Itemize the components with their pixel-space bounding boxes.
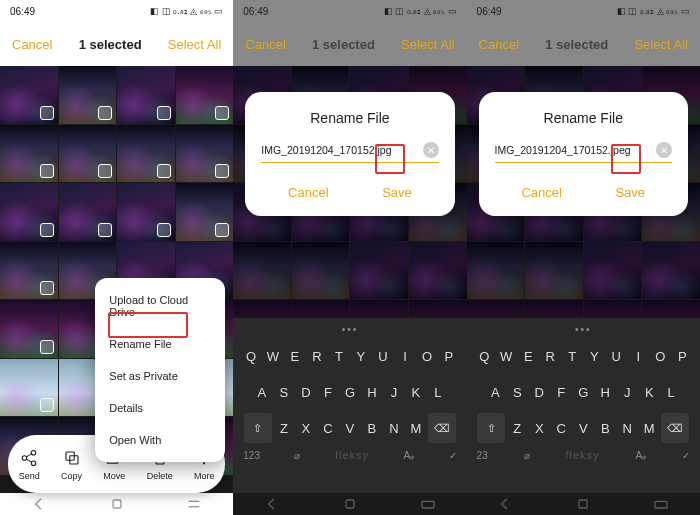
kb-key-p[interactable]: P [672,341,692,371]
kb-key-l[interactable]: L [661,377,681,407]
kb-key-s[interactable]: S [507,377,527,407]
nav-keyboard-icon[interactable] [653,496,669,512]
kb-key-z[interactable]: Z [274,413,294,443]
kb-key-c[interactable]: C [551,413,571,443]
kb-key-q[interactable]: Q [241,341,261,371]
kb-key-g[interactable]: G [573,377,593,407]
photo-thumb[interactable] [0,66,58,124]
kb-globe-icon[interactable]: ⌀ [524,450,530,461]
kb-key-m[interactable]: M [639,413,659,443]
kb-key-a[interactable]: A [485,377,505,407]
thumb-checkbox[interactable] [157,106,171,120]
kb-key-j[interactable]: J [384,377,404,407]
thumb-checkbox[interactable] [215,223,229,237]
menu-set-private[interactable]: Set as Private [95,360,225,392]
kb-key-j[interactable]: J [617,377,637,407]
kb-key-d[interactable]: D [529,377,549,407]
thumb-checkbox[interactable] [40,106,54,120]
kb-key-g[interactable]: G [340,377,360,407]
menu-details[interactable]: Details [95,392,225,424]
nav-home-icon[interactable] [109,496,125,512]
dialog-save-button[interactable]: Save [370,181,424,204]
kb-key-p[interactable]: P [439,341,459,371]
photo-thumb[interactable] [176,183,234,241]
thumb-checkbox[interactable] [98,164,112,178]
kb-key-r[interactable]: R [307,341,327,371]
cancel-button[interactable]: Cancel [12,37,52,52]
nav-back-icon[interactable] [264,496,280,512]
kb-key-y[interactable]: Y [584,341,604,371]
nav-home-icon[interactable] [342,496,358,512]
thumb-checkbox[interactable] [215,106,229,120]
cancel-button[interactable]: Cancel [245,37,285,52]
photo-thumb[interactable] [59,183,117,241]
kb-shift-key[interactable]: ⇧ [477,413,505,443]
kb-enter-icon[interactable]: ✓ [682,450,690,461]
kb-key-c[interactable]: C [318,413,338,443]
copy-button[interactable]: Copy [61,448,82,481]
clear-input-icon[interactable]: ✕ [656,142,672,158]
kb-enter-icon[interactable]: ✓ [449,450,457,461]
kb-key-n[interactable]: N [384,413,404,443]
send-button[interactable]: Send [19,448,40,481]
kb-key-i[interactable]: I [628,341,648,371]
dialog-cancel-button[interactable]: Cancel [276,181,340,204]
kb-globe-icon[interactable]: ⌀ [294,450,300,461]
kb-key-t[interactable]: T [329,341,349,371]
menu-upload-cloud[interactable]: Upload to Cloud Drive [95,284,225,328]
nav-keyboard-icon[interactable] [420,496,436,512]
kb-key-y[interactable]: Y [351,341,371,371]
nav-back-icon[interactable] [497,496,513,512]
kb-backspace-key[interactable]: ⌫ [661,413,689,443]
thumb-checkbox[interactable] [40,340,54,354]
kb-key-v[interactable]: V [340,413,360,443]
kb-lang-icon[interactable]: Aᵩ [635,450,646,461]
kb-key-m[interactable]: M [406,413,426,443]
filename-input[interactable] [495,144,656,156]
kb-key-o[interactable]: O [417,341,437,371]
kb-shift-key[interactable]: ⇧ [244,413,272,443]
kb-key-s[interactable]: S [274,377,294,407]
thumb-checkbox[interactable] [98,106,112,120]
kb-key-x[interactable]: X [296,413,316,443]
kb-key-w[interactable]: W [263,341,283,371]
kb-backspace-key[interactable]: ⌫ [428,413,456,443]
kb-lang-icon[interactable]: Aᵩ [403,450,414,461]
kb-key-u[interactable]: U [373,341,393,371]
kb-key-w[interactable]: W [496,341,516,371]
thumb-checkbox[interactable] [40,281,54,295]
kb-key-u[interactable]: U [606,341,626,371]
kb-key-k[interactable]: K [406,377,426,407]
filename-input[interactable] [261,144,422,156]
kb-key-f[interactable]: F [551,377,571,407]
kb-key-a[interactable]: A [252,377,272,407]
kb-key-d[interactable]: D [296,377,316,407]
kb-key-z[interactable]: Z [507,413,527,443]
photo-thumb[interactable] [59,125,117,183]
photo-thumb[interactable] [0,300,58,358]
photo-thumb[interactable] [59,66,117,124]
kb-key-i[interactable]: I [395,341,415,371]
photo-thumb[interactable] [0,183,58,241]
kb-key-l[interactable]: L [428,377,448,407]
nav-recents-icon[interactable] [186,496,202,512]
select-all-button[interactable]: Select All [168,37,221,52]
clear-input-icon[interactable]: ✕ [423,142,439,158]
dialog-save-button[interactable]: Save [603,181,657,204]
photo-thumb[interactable] [176,66,234,124]
thumb-checkbox[interactable] [157,164,171,178]
thumb-checkbox[interactable] [215,164,229,178]
kb-key-q[interactable]: Q [474,341,494,371]
nav-home-icon[interactable] [575,496,591,512]
photo-thumb[interactable] [117,66,175,124]
kb-key-v[interactable]: V [573,413,593,443]
photo-thumb[interactable] [0,359,58,417]
cancel-button[interactable]: Cancel [479,37,519,52]
kb-key-h[interactable]: H [595,377,615,407]
menu-rename-file[interactable]: Rename File [95,328,225,360]
kb-key-h[interactable]: H [362,377,382,407]
select-all-button[interactable]: Select All [634,37,687,52]
photo-thumb[interactable] [176,125,234,183]
photo-thumb[interactable] [0,242,58,300]
kb-numeric-button[interactable]: 123 [243,450,260,461]
